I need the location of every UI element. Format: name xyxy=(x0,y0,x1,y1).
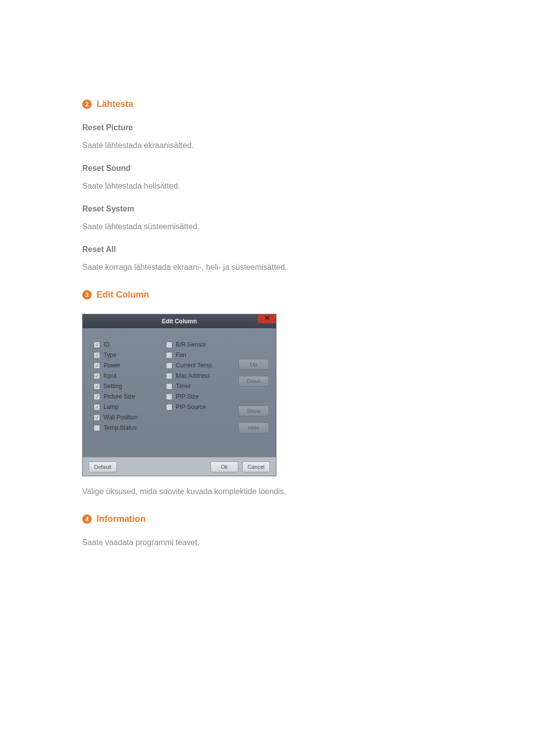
checkbox-row[interactable]: ✓Power xyxy=(94,362,166,369)
checkbox-label: PIP Source xyxy=(176,403,206,410)
checkbox-icon[interactable]: ✓ xyxy=(166,352,172,358)
reset-system-text: Saate lähtestada süsteemisätted. xyxy=(82,222,456,231)
checkbox-row[interactable]: ✓Input xyxy=(94,372,166,379)
checkbox-row[interactable]: ✓PIP Source xyxy=(166,403,235,410)
checkbox-label: Timer xyxy=(176,383,191,390)
checkbox-label: ID xyxy=(104,341,109,348)
checkbox-label: B/R Sensor xyxy=(176,341,206,348)
dialog-side-buttons: Up Down Show Hide xyxy=(238,341,269,453)
dialog-title: Edit Column xyxy=(162,318,197,325)
checkbox-row[interactable]: ✓Setting xyxy=(94,383,166,390)
checkbox-icon[interactable]: ✓ xyxy=(94,383,100,390)
checkbox-label: Wall Position xyxy=(104,414,138,421)
edit-column-caption: Valige üksused, mida soovite kuvada komp… xyxy=(82,487,456,496)
down-button[interactable]: Down xyxy=(238,376,269,387)
dialog-titlebar: Edit Column ✕ xyxy=(83,314,276,328)
checkbox-row[interactable]: ✓Current Temp. xyxy=(166,362,235,369)
checkbox-icon[interactable]: ✓ xyxy=(166,373,172,379)
checkbox-row[interactable]: ✓Fan xyxy=(166,352,235,358)
checkbox-label: Lamp xyxy=(104,403,118,410)
checkbox-icon[interactable]: ✓ xyxy=(94,414,100,421)
checkbox-icon[interactable]: ✓ xyxy=(166,342,172,348)
default-button[interactable]: Default xyxy=(89,461,117,472)
hide-button[interactable]: Hide xyxy=(238,422,269,433)
section-badge-2: 2 xyxy=(82,100,92,109)
checkbox-icon[interactable]: ✓ xyxy=(94,394,100,400)
checkbox-icon[interactable]: ✓ xyxy=(94,362,100,369)
checkbox-icon[interactable]: ✓ xyxy=(94,373,100,379)
checkbox-row[interactable]: ✓PIP Size xyxy=(166,393,235,400)
edit-column-dialog: Edit Column ✕ ✓ID✓Type✓Power✓Input✓Setti… xyxy=(82,314,276,476)
information-text: Saate vaadata programmi teavet. xyxy=(82,538,456,547)
checkbox-icon[interactable]: ✓ xyxy=(166,362,172,369)
dialog-footer: Default Ok Cancel xyxy=(83,457,276,476)
cancel-button[interactable]: Cancel xyxy=(242,461,270,472)
checkbox-label: Power xyxy=(104,362,120,369)
checkbox-label: Current Temp. xyxy=(176,362,214,369)
checkbox-label: Fan xyxy=(176,352,186,358)
column-list-right: ✓B/R Sensor✓Fan✓Current Temp.✓Mac Addres… xyxy=(166,341,235,453)
show-button[interactable]: Show xyxy=(238,405,269,416)
section-4-title: Information xyxy=(97,514,146,524)
checkbox-row[interactable]: ✓Wall Position xyxy=(94,414,166,421)
checkbox-row[interactable]: ✓ID xyxy=(94,341,166,348)
section-3-header: 3 Edit Column xyxy=(82,290,456,300)
reset-sound-text: Saate lähtestada helisätted. xyxy=(82,182,456,191)
section-2-title: Lähtesta xyxy=(97,99,133,109)
checkbox-row[interactable]: ✓Temp.Status xyxy=(94,424,166,431)
checkbox-label: Mac Address xyxy=(176,372,210,379)
checkbox-icon[interactable]: ✓ xyxy=(166,383,172,390)
checkbox-row[interactable]: ✓Type xyxy=(94,352,166,358)
ok-button[interactable]: Ok xyxy=(211,461,238,472)
checkbox-icon[interactable]: ✓ xyxy=(94,352,100,358)
checkbox-row[interactable]: ✓Picture Size xyxy=(94,393,166,400)
checkbox-row[interactable]: ✓Lamp xyxy=(94,403,166,410)
checkbox-row[interactable]: ✓B/R Sensor xyxy=(166,341,235,348)
close-button[interactable]: ✕ xyxy=(258,314,276,323)
checkbox-icon[interactable]: ✓ xyxy=(94,425,100,431)
reset-sound-heading: Reset Sound xyxy=(82,164,456,173)
checkbox-label: Input xyxy=(104,372,117,379)
page-content: 2 Lähtesta Reset Picture Saate lähtestad… xyxy=(0,0,535,547)
reset-system-heading: Reset System xyxy=(82,204,456,213)
section-badge-3: 3 xyxy=(82,290,92,300)
checkbox-label: Setting xyxy=(104,383,122,390)
dialog-body: ✓ID✓Type✓Power✓Input✓Setting✓Picture Siz… xyxy=(83,328,276,457)
section-2-header: 2 Lähtesta xyxy=(82,99,456,109)
reset-picture-heading: Reset Picture xyxy=(82,123,456,132)
up-button[interactable]: Up xyxy=(238,359,269,370)
reset-picture-text: Saate lähtestada ekraanisätted. xyxy=(82,141,456,150)
section-badge-4: 4 xyxy=(82,514,92,524)
section-4-header: 4 Information xyxy=(82,514,456,524)
checkbox-label: PIP Size xyxy=(176,393,199,400)
reset-all-text: Saate korraga lähtestada ekraani-, heli-… xyxy=(82,263,456,272)
checkbox-row[interactable]: ✓Timer xyxy=(166,383,235,390)
column-list-left: ✓ID✓Type✓Power✓Input✓Setting✓Picture Siz… xyxy=(94,341,166,453)
checkbox-label: Picture Size xyxy=(104,393,135,400)
section-3-title: Edit Column xyxy=(97,290,149,300)
checkbox-label: Temp.Status xyxy=(104,424,137,431)
checkbox-icon[interactable]: ✓ xyxy=(166,404,172,410)
checkbox-icon[interactable]: ✓ xyxy=(166,394,172,400)
checkbox-label: Type xyxy=(104,352,116,358)
checkbox-icon[interactable]: ✓ xyxy=(94,342,100,348)
checkbox-row[interactable]: ✓Mac Address xyxy=(166,372,235,379)
checkbox-icon[interactable]: ✓ xyxy=(94,404,100,410)
reset-all-heading: Reset All xyxy=(82,245,456,254)
